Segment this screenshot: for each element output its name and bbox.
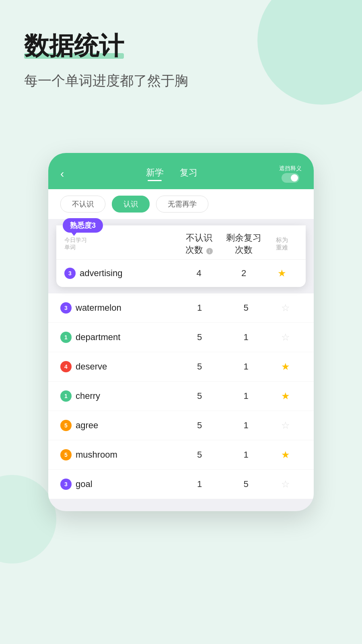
word-badge: 4 [60, 361, 72, 372]
star-icon-empty: ☆ [281, 332, 290, 343]
word-text: watermelon [76, 303, 121, 313]
star-icon-filled: ★ [278, 268, 286, 279]
word-badge: 5 [60, 420, 72, 431]
word-text: department [76, 332, 120, 343]
stat1: 5 [176, 420, 222, 431]
highlighted-stat1: 4 [177, 268, 222, 279]
word-col: 5 mushroom [60, 449, 176, 460]
star-toggle[interactable]: ☆ [269, 302, 302, 314]
star-toggle[interactable]: ☆ [269, 332, 302, 343]
phone-nav: ‹ 新学 复习 遮挡释义 [60, 161, 302, 189]
word-text: agree [76, 420, 98, 431]
phone-mockup: ‹ 新学 复习 遮挡释义 不认识 认识 无需再学 熟悉度3 今日学习 单词 [48, 153, 314, 511]
stat1: 5 [176, 361, 222, 372]
filter-known[interactable]: 认识 [112, 196, 150, 213]
table-row: 5 agree 5 1 ☆ [48, 411, 314, 440]
stat1: 1 [176, 479, 222, 489]
word-col: 1 department [60, 332, 176, 343]
familiarity-badge: 熟悉度3 [63, 218, 103, 233]
highlight-card: 熟悉度3 今日学习 单词 不认识 次数 i 剩余复习 次数 标为 重难 [56, 225, 306, 287]
star-toggle[interactable]: ☆ [269, 479, 302, 490]
word-col: 3 watermelon [60, 302, 176, 314]
stat1: 5 [176, 450, 222, 460]
word-badge: 1 [60, 332, 72, 343]
word-text: deserve [76, 361, 107, 372]
col-header-unknown: 不认识 次数 i [177, 232, 222, 256]
table-row: 4 deserve 5 1 ★ [48, 352, 314, 382]
filter-no-need[interactable]: 无需再学 [156, 196, 208, 213]
table-row: 3 watermelon 1 5 ☆ [48, 293, 314, 323]
star-icon-empty: ☆ [281, 479, 290, 489]
stat1: 5 [176, 391, 222, 401]
bg-decoration-bottom [0, 475, 56, 564]
col-header-difficult: 标为 重难 [266, 236, 298, 252]
stat2: 5 [223, 303, 269, 313]
star-icon-empty: ☆ [281, 420, 290, 431]
bg-decoration-top [257, 0, 362, 105]
highlighted-word-text: advertising [80, 268, 122, 279]
stat2: 1 [223, 361, 269, 372]
word-col: 5 agree [60, 420, 176, 431]
stat2: 1 [223, 332, 269, 343]
hide-label: 遮挡释义 [279, 165, 302, 172]
page-title: 数据统计 [24, 32, 124, 60]
filter-bar: 不认识 认识 无需再学 [48, 189, 314, 219]
star-icon-empty: ☆ [281, 302, 290, 313]
star-toggle[interactable]: ★ [269, 449, 302, 460]
word-text: mushroom [76, 450, 117, 460]
word-badge: 1 [60, 390, 72, 402]
star-icon-filled: ★ [281, 449, 290, 460]
stat2: 1 [223, 450, 269, 460]
stat1: 5 [176, 332, 222, 343]
stat2: 1 [223, 420, 269, 431]
stat2: 5 [223, 479, 269, 489]
word-col: 4 deserve [60, 361, 176, 372]
highlighted-stat2: 2 [221, 268, 266, 279]
nav-right: 遮挡释义 [279, 165, 302, 183]
page-header: 数据统计 每一个单词进度都了然于胸 [24, 32, 188, 90]
filter-unknown[interactable]: 不认识 [60, 196, 105, 213]
word-col: 1 cherry [60, 390, 176, 402]
word-badge: 3 [60, 302, 72, 314]
star-toggle[interactable]: ★ [269, 361, 302, 372]
table-row: 1 department 5 1 ☆ [48, 323, 314, 352]
info-icon: i [206, 248, 213, 254]
word-text: cherry [76, 391, 100, 401]
star-icon-filled: ★ [281, 361, 290, 372]
word-col: 3 goal [60, 479, 176, 490]
col-header-remaining: 剩余复习 次数 [221, 232, 266, 256]
word-badge: 3 [60, 479, 72, 490]
highlighted-badge: 3 [64, 268, 76, 279]
nav-tabs: 新学 复习 [146, 167, 197, 181]
tab-review[interactable]: 复习 [180, 167, 197, 181]
table-row: 1 cherry 5 1 ★ [48, 382, 314, 411]
star-toggle[interactable]: ☆ [269, 420, 302, 431]
page-subtitle: 每一个单词进度都了然于胸 [24, 72, 188, 90]
table-row: 5 mushroom 5 1 ★ [48, 440, 314, 470]
highlighted-star[interactable]: ★ [266, 268, 298, 279]
star-icon-filled: ★ [281, 390, 290, 401]
highlighted-word-row: 3 advertising 4 2 ★ [56, 259, 306, 287]
col-header-word: 今日学习 单词 [64, 237, 177, 251]
word-badge: 5 [60, 449, 72, 460]
word-text: goal [76, 479, 93, 489]
phone-header: ‹ 新学 复习 遮挡释义 [48, 153, 314, 189]
stat1: 1 [176, 303, 222, 313]
table-row: 3 goal 1 5 ☆ [48, 470, 314, 499]
tab-new[interactable]: 新学 [146, 167, 164, 181]
back-button[interactable]: ‹ [60, 167, 64, 180]
star-toggle[interactable]: ★ [269, 390, 302, 402]
word-list: 3 watermelon 1 5 ☆ 1 department 5 1 ☆ 4 [48, 293, 314, 499]
hide-toggle[interactable] [282, 173, 299, 183]
highlighted-word-col: 3 advertising [64, 268, 177, 279]
stat2: 1 [223, 391, 269, 401]
